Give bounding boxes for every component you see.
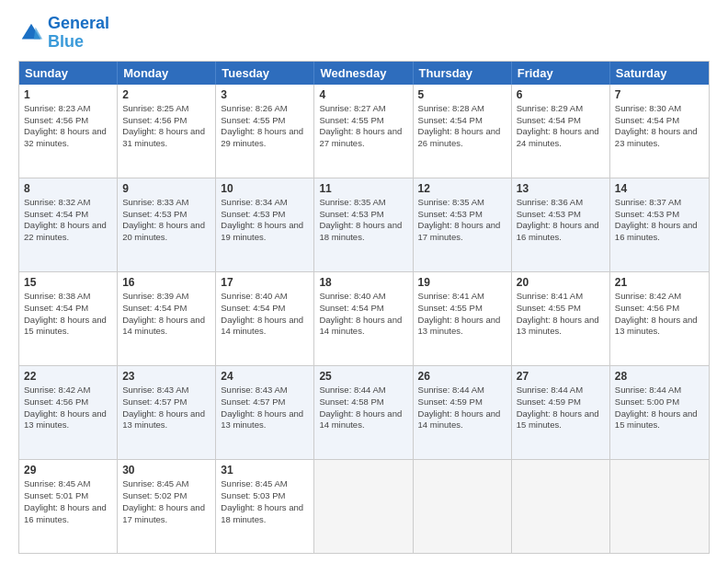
- calendar-cell: 5Sunrise: 8:28 AMSunset: 4:54 PMDaylight…: [414, 85, 512, 178]
- daylight: Daylight: 8 hours and 14 minutes.: [418, 408, 506, 432]
- day-number: 1: [24, 87, 112, 102]
- sunset: Sunset: 5:03 PM: [221, 490, 309, 502]
- calendar-cell: 6Sunrise: 8:29 AMSunset: 4:54 PMDaylight…: [512, 85, 610, 178]
- daylight: Daylight: 8 hours and 22 minutes.: [24, 220, 112, 244]
- calendar-cell: 23Sunrise: 8:43 AMSunset: 4:57 PMDayligh…: [118, 366, 216, 459]
- sunset: Sunset: 4:56 PM: [122, 115, 210, 127]
- daylight: Daylight: 8 hours and 18 minutes.: [319, 220, 407, 244]
- sunset: Sunset: 4:54 PM: [122, 303, 210, 315]
- sunrise: Sunrise: 8:45 AM: [122, 478, 210, 490]
- calendar-row: 15Sunrise: 8:38 AMSunset: 4:54 PMDayligh…: [19, 271, 709, 365]
- sunset: Sunset: 4:54 PM: [24, 209, 112, 221]
- sunset: Sunset: 4:56 PM: [24, 396, 112, 408]
- weekday-header: Saturday: [610, 62, 709, 85]
- daylight: Daylight: 8 hours and 16 minutes.: [615, 220, 704, 244]
- calendar-cell: 1Sunrise: 8:23 AMSunset: 4:56 PMDaylight…: [19, 85, 118, 178]
- daylight: Daylight: 8 hours and 13 minutes.: [122, 408, 210, 432]
- sunset: Sunset: 4:53 PM: [122, 209, 210, 221]
- weekday-header: Tuesday: [216, 62, 314, 85]
- calendar-cell: 19Sunrise: 8:41 AMSunset: 4:55 PMDayligh…: [414, 272, 512, 365]
- daylight: Daylight: 8 hours and 20 minutes.: [122, 220, 210, 244]
- calendar-cell: 2Sunrise: 8:25 AMSunset: 4:56 PMDaylight…: [118, 85, 216, 178]
- calendar-cell-empty: [512, 460, 610, 553]
- sunset: Sunset: 5:00 PM: [615, 396, 704, 408]
- sunset: Sunset: 4:54 PM: [24, 303, 112, 315]
- sunset: Sunset: 4:55 PM: [221, 115, 309, 127]
- sunset: Sunset: 4:56 PM: [615, 303, 704, 315]
- day-number: 13: [517, 181, 605, 196]
- sunrise: Sunrise: 8:34 AM: [221, 197, 309, 209]
- sunrise: Sunrise: 8:44 AM: [418, 385, 506, 396]
- daylight: Daylight: 8 hours and 17 minutes.: [418, 220, 506, 244]
- calendar-cell: 10Sunrise: 8:34 AMSunset: 4:53 PMDayligh…: [216, 178, 314, 271]
- daylight: Daylight: 8 hours and 16 minutes.: [517, 220, 605, 244]
- daylight: Daylight: 8 hours and 14 minutes.: [221, 315, 309, 339]
- day-number: 29: [24, 463, 112, 477]
- sunrise: Sunrise: 8:45 AM: [221, 478, 309, 490]
- calendar-cell: 21Sunrise: 8:42 AMSunset: 4:56 PMDayligh…: [610, 272, 709, 365]
- calendar-cell: 3Sunrise: 8:26 AMSunset: 4:55 PMDaylight…: [216, 85, 314, 178]
- sunrise: Sunrise: 8:37 AM: [615, 197, 704, 209]
- day-number: 11: [319, 181, 407, 196]
- calendar-cell: 4Sunrise: 8:27 AMSunset: 4:55 PMDaylight…: [314, 85, 413, 178]
- calendar-cell: 31Sunrise: 8:45 AMSunset: 5:03 PMDayligh…: [216, 460, 314, 553]
- daylight: Daylight: 8 hours and 24 minutes.: [517, 126, 605, 150]
- sunrise: Sunrise: 8:43 AM: [221, 385, 309, 396]
- daylight: Daylight: 8 hours and 19 minutes.: [221, 220, 309, 244]
- sunset: Sunset: 4:54 PM: [517, 115, 605, 127]
- weekday-header: Wednesday: [314, 62, 413, 85]
- daylight: Daylight: 8 hours and 15 minutes.: [24, 315, 112, 339]
- sunrise: Sunrise: 8:40 AM: [221, 291, 309, 303]
- calendar-cell: 24Sunrise: 8:43 AMSunset: 4:57 PMDayligh…: [216, 366, 314, 459]
- sunset: Sunset: 4:56 PM: [24, 115, 112, 127]
- day-number: 19: [418, 275, 506, 290]
- day-number: 14: [615, 181, 704, 196]
- daylight: Daylight: 8 hours and 32 minutes.: [24, 126, 112, 150]
- sunrise: Sunrise: 8:35 AM: [418, 197, 506, 209]
- calendar-cell: 18Sunrise: 8:40 AMSunset: 4:54 PMDayligh…: [314, 272, 413, 365]
- calendar-cell-empty: [314, 460, 413, 553]
- sunrise: Sunrise: 8:39 AM: [122, 291, 210, 303]
- daylight: Daylight: 8 hours and 14 minutes.: [319, 315, 407, 339]
- svg-marker-1: [34, 27, 42, 39]
- calendar: SundayMondayTuesdayWednesdayThursdayFrid…: [18, 61, 710, 554]
- sunrise: Sunrise: 8:41 AM: [418, 291, 506, 303]
- day-number: 5: [418, 87, 506, 102]
- day-number: 21: [615, 275, 704, 290]
- sunrise: Sunrise: 8:29 AM: [517, 103, 605, 115]
- day-number: 23: [122, 369, 210, 384]
- daylight: Daylight: 8 hours and 29 minutes.: [221, 126, 309, 150]
- daylight: Daylight: 8 hours and 26 minutes.: [418, 126, 506, 150]
- daylight: Daylight: 8 hours and 16 minutes.: [24, 502, 112, 526]
- logo-text: GeneralBlue: [48, 15, 109, 52]
- sunset: Sunset: 4:54 PM: [221, 303, 309, 315]
- day-number: 31: [221, 463, 309, 477]
- calendar-cell: 26Sunrise: 8:44 AMSunset: 4:59 PMDayligh…: [414, 366, 512, 459]
- calendar-cell: 30Sunrise: 8:45 AMSunset: 5:02 PMDayligh…: [118, 460, 216, 553]
- day-number: 25: [319, 369, 407, 384]
- sunrise: Sunrise: 8:26 AM: [221, 103, 309, 115]
- sunrise: Sunrise: 8:42 AM: [24, 385, 112, 396]
- sunrise: Sunrise: 8:44 AM: [615, 385, 704, 396]
- sunrise: Sunrise: 8:42 AM: [615, 291, 704, 303]
- calendar-header: SundayMondayTuesdayWednesdayThursdayFrid…: [19, 62, 709, 85]
- day-number: 27: [517, 369, 605, 384]
- weekday-header: Sunday: [19, 62, 118, 85]
- daylight: Daylight: 8 hours and 13 minutes.: [615, 315, 704, 339]
- sunrise: Sunrise: 8:45 AM: [24, 478, 112, 490]
- sunrise: Sunrise: 8:27 AM: [319, 103, 407, 115]
- calendar-cell: 12Sunrise: 8:35 AMSunset: 4:53 PMDayligh…: [414, 178, 512, 271]
- weekday-header: Thursday: [414, 62, 512, 85]
- calendar-cell: 16Sunrise: 8:39 AMSunset: 4:54 PMDayligh…: [118, 272, 216, 365]
- daylight: Daylight: 8 hours and 27 minutes.: [319, 126, 407, 150]
- logo: GeneralBlue: [18, 15, 109, 52]
- sunset: Sunset: 4:57 PM: [122, 396, 210, 408]
- calendar-cell: 28Sunrise: 8:44 AMSunset: 5:00 PMDayligh…: [610, 366, 709, 459]
- daylight: Daylight: 8 hours and 31 minutes.: [122, 126, 210, 150]
- calendar-row: 1Sunrise: 8:23 AMSunset: 4:56 PMDaylight…: [19, 85, 709, 178]
- weekday-header: Monday: [118, 62, 216, 85]
- day-number: 28: [615, 369, 704, 384]
- sunrise: Sunrise: 8:40 AM: [319, 291, 407, 303]
- sunset: Sunset: 4:54 PM: [615, 115, 704, 127]
- calendar-row: 8Sunrise: 8:32 AMSunset: 4:54 PMDaylight…: [19, 178, 709, 271]
